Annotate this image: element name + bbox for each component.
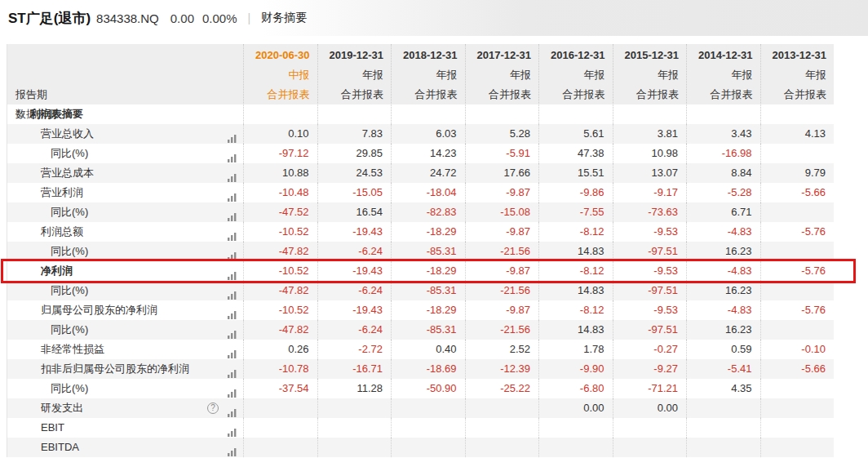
bar-chart-icon[interactable] (228, 149, 237, 158)
bar-chart-icon[interactable] (228, 404, 237, 413)
value-cell: 6.71 (686, 202, 760, 222)
bar-chart-icon[interactable] (228, 247, 237, 256)
value-cell: -97.51 (613, 281, 687, 300)
bar-chart-icon[interactable] (228, 424, 237, 433)
bar-chart-icon[interactable] (228, 189, 237, 198)
value-cell: -6.80 (538, 379, 613, 398)
row-label: 同比(%) (51, 382, 88, 394)
value-cell: -9.17 (613, 183, 687, 202)
row-label: 营业利润 (41, 186, 83, 198)
bar-chart-icon[interactable] (228, 267, 237, 276)
value-cell: 5.28 (465, 124, 539, 144)
row-label: 同比(%) (51, 245, 88, 257)
value-cell: -6.24 (317, 320, 392, 340)
value-cell: -2.72 (317, 340, 392, 359)
bar-chart-icon[interactable] (228, 169, 237, 178)
value-cell: -47.82 (243, 242, 317, 261)
value-cell: -37.54 (243, 379, 317, 398)
section-label: 利润表摘要 (30, 107, 83, 122)
bar-chart-icon[interactable] (228, 306, 237, 315)
value-cell: 11.28 (317, 379, 392, 398)
value-cell: 16.23 (686, 281, 760, 300)
value-cell: 5.61 (538, 124, 613, 144)
value-cell: -10.52 (243, 261, 317, 281)
value-cell (538, 418, 613, 438)
value-cell: 0.10 (243, 124, 317, 144)
question-mark-icon[interactable]: ? (207, 402, 219, 414)
bar-chart-icon[interactable] (228, 345, 237, 354)
value-cell (465, 398, 539, 418)
column-period: 年报 (687, 65, 753, 85)
value-cell: 1.78 (538, 340, 613, 359)
value-cell: 10.98 (613, 144, 687, 163)
column-date: 2015-12-31 (613, 44, 680, 65)
table-body: 利润表摘要 营业总收入0.107.836.035.285.613.813.434… (7, 104, 834, 457)
row-label-cell: 营业利润 (7, 183, 243, 202)
value-cell (317, 438, 392, 457)
divider: | (248, 11, 251, 24)
bar-chart-icon[interactable] (228, 287, 237, 296)
column-header-2019-12-31[interactable]: 2019-12-31年报合并报表 (317, 44, 392, 124)
column-header-2013-12-31[interactable]: 2013-12-31年报合并报表 (760, 44, 835, 124)
bar-chart-icon[interactable] (228, 326, 237, 335)
value-cell: 16.54 (317, 202, 392, 222)
row-label: 非经常性损益 (41, 343, 104, 355)
value-cell: 17.66 (465, 163, 539, 183)
value-cell (760, 144, 835, 163)
bar-chart-icon[interactable] (228, 208, 237, 217)
row-label: 扣非后归属母公司股东的净利润 (41, 362, 189, 375)
column-header-2014-12-31[interactable]: 2014-12-31年报合并报表 (686, 44, 760, 124)
bar-chart-icon[interactable] (228, 130, 237, 139)
column-header-2018-12-31[interactable]: 2018-12-31年报合并报表 (391, 44, 465, 124)
value-cell: -97.51 (613, 320, 687, 340)
bar-chart-icon[interactable] (228, 365, 237, 374)
value-cell: 7.83 (317, 124, 392, 144)
column-header-2016-12-31[interactable]: 2016-12-31年报合并报表 (538, 44, 613, 124)
value-cell: -5.91 (465, 144, 539, 163)
value-cell (317, 418, 392, 438)
value-cell: -71.21 (613, 379, 687, 398)
value-cell: -18.69 (391, 359, 465, 379)
section-toggle[interactable]: 利润表摘要 (7, 104, 243, 124)
bar-chart-icon[interactable] (228, 443, 237, 452)
column-header-2017-12-31[interactable]: 2017-12-31年报合并报表 (465, 44, 539, 124)
table-header: 报告期 数据来源 2020-06-30中报合并报表2019-12-31年报合并报… (7, 44, 834, 104)
stock-change-percent: 0.00% (202, 11, 237, 25)
column-period: 年报 (318, 65, 384, 85)
stock-name: ST广足(退市) (8, 9, 91, 28)
column-header-2015-12-31[interactable]: 2015-12-31年报合并报表 (613, 44, 687, 124)
value-cell: 6.03 (391, 124, 465, 144)
table-row: 同比(%)-97.1229.8514.23-5.9147.3810.98-16.… (7, 144, 834, 163)
value-cell: -0.10 (760, 340, 835, 359)
value-cell: 29.85 (317, 144, 392, 163)
value-cell: 4.35 (686, 379, 760, 398)
tab-financial-summary[interactable]: 财务摘要 (261, 11, 307, 25)
value-cell: 16.23 (686, 242, 760, 261)
value-cell: -25.22 (465, 379, 539, 398)
value-cell (391, 438, 465, 457)
value-cell: -82.83 (391, 202, 465, 222)
value-cell (317, 398, 392, 418)
column-header-2020-06-30[interactable]: 2020-06-30中报合并报表 (243, 44, 317, 124)
value-cell: 14.83 (538, 320, 613, 340)
value-cell: 2.52 (465, 340, 539, 359)
bar-chart-icon[interactable] (228, 228, 237, 237)
row-label: 同比(%) (51, 284, 88, 296)
value-cell: 0.26 (243, 340, 317, 359)
value-cell: -97.12 (243, 144, 317, 163)
value-cell: -18.29 (391, 222, 465, 242)
corner-spacer (16, 65, 243, 85)
value-cell: -97.51 (613, 242, 687, 261)
table-row: 同比(%)-37.5411.28-50.90-25.22-6.80-71.214… (7, 379, 834, 398)
bar-chart-icon[interactable] (228, 385, 237, 394)
value-cell: -19.43 (317, 261, 392, 281)
value-cell: 4.13 (760, 124, 835, 144)
value-cell: -15.05 (317, 183, 392, 202)
value-cell: -18.04 (391, 183, 465, 202)
stock-price: 0.00 (170, 11, 194, 25)
table-row: 归属母公司股东的净利润-10.52-19.43-18.29-9.87-8.12-… (7, 300, 834, 320)
row-label-cell: 扣非后归属母公司股东的净利润 (7, 359, 243, 379)
row-label-cell: 归属母公司股东的净利润 (7, 300, 243, 320)
value-cell: -9.87 (465, 300, 539, 320)
value-cell: -9.87 (465, 261, 539, 281)
